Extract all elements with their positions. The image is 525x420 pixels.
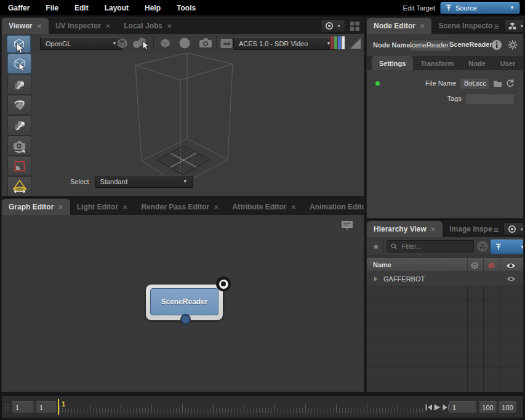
- row-name[interactable]: GAFFERBOT: [383, 275, 425, 283]
- layout-grid-icon[interactable]: [350, 22, 359, 31]
- table-row[interactable]: GAFFERBOT: [367, 272, 523, 286]
- drawing-mode-button[interactable]: [114, 36, 130, 50]
- subtab-node[interactable]: Node: [461, 56, 493, 70]
- filter-input[interactable]: [400, 242, 470, 251]
- tab-hierarchy-view[interactable]: Hierarchy View ✕: [367, 221, 443, 237]
- tab-render-pass-editor[interactable]: Render Pass Editor ✕: [134, 199, 225, 215]
- tab-light-editor[interactable]: Light Editor ✕: [70, 199, 135, 215]
- tab-graph-editor[interactable]: Graph Editor ✕: [2, 199, 70, 215]
- set-expansion-button[interactable]: [477, 241, 488, 252]
- refresh-icon[interactable]: [506, 79, 515, 87]
- menu-edit[interactable]: Edit: [66, 4, 97, 12]
- selection-mask-button[interactable]: [131, 36, 151, 50]
- drag-grip-icon[interactable]: [5, 403, 10, 411]
- skip-to-start-button[interactable]: [425, 403, 433, 411]
- tab-viewer[interactable]: Viewer ✕: [2, 18, 49, 34]
- info-icon[interactable]: [491, 39, 502, 50]
- close-icon[interactable]: ✕: [105, 23, 110, 30]
- tab-animation-editor[interactable]: Animation Editor ✕: [303, 199, 364, 215]
- light-tool-button[interactable]: [7, 176, 31, 196]
- menu-gaffer[interactable]: Gaffer: [0, 4, 38, 12]
- tab-image-inspector[interactable]: Image Inspe: [443, 221, 493, 237]
- close-icon[interactable]: ✕: [431, 226, 436, 233]
- scene-cube-column-icon[interactable]: [470, 261, 479, 270]
- menu-layout[interactable]: Layout: [97, 4, 137, 12]
- visibility-eye-column-icon[interactable]: [506, 262, 516, 269]
- menu-help[interactable]: Help: [137, 4, 169, 12]
- scale-tool-button[interactable]: [7, 115, 31, 135]
- tab-list-icon[interactable]: ≡: [494, 225, 499, 234]
- editor-focus-dropdown[interactable]: ▼: [321, 19, 345, 33]
- value-set-indicator[interactable]: [375, 81, 380, 86]
- subtab-user[interactable]: User: [493, 56, 523, 70]
- expansion-button[interactable]: [157, 36, 173, 50]
- tab-node-editor[interactable]: Node Editor ✕: [367, 18, 431, 34]
- hierarchy-view-panel: Hierarchy View ✕ Image Inspe ≡ ▼ ★: [366, 220, 524, 392]
- range-end-input[interactable]: 100: [499, 401, 516, 413]
- close-icon[interactable]: ✕: [420, 23, 425, 30]
- edit-target-dropdown[interactable]: Source ▼: [440, 2, 520, 14]
- select-mode-dropdown[interactable]: Standard ▼: [95, 175, 193, 188]
- translate-tool-button[interactable]: [7, 75, 31, 95]
- menu-tools[interactable]: Tools: [169, 4, 204, 12]
- focus-ring-icon[interactable]: [216, 277, 231, 291]
- close-icon[interactable]: ✕: [291, 204, 296, 211]
- expand-arrow-icon[interactable]: [374, 277, 377, 281]
- folder-icon[interactable]: [493, 79, 502, 87]
- tab-label: Node Editor: [374, 22, 415, 30]
- skip-start-icon: [425, 404, 433, 411]
- rotate-tool-button[interactable]: [7, 95, 31, 115]
- tags-input[interactable]: [465, 93, 515, 104]
- close-icon[interactable]: ✕: [167, 23, 172, 30]
- file-name-value: Bot.scc: [464, 79, 486, 87]
- node-name-input[interactable]: SceneReader: [410, 39, 452, 50]
- channel-select-icon[interactable]: [331, 36, 345, 49]
- visibility-eye-icon[interactable]: [507, 276, 516, 282]
- exposure-gamma-icon[interactable]: [350, 38, 361, 49]
- scene-reader-node-body[interactable]: SceneReader: [150, 288, 218, 315]
- view-start-input[interactable]: 1: [36, 401, 57, 413]
- edit-scope-dropdown[interactable]: ▼: [490, 240, 524, 254]
- viewer-viewport[interactable]: Select Standard ▼: [31, 53, 364, 196]
- display-transform-dropdown[interactable]: ACES 1.0 - SDR Video ▼: [233, 37, 337, 50]
- row-divider: [367, 353, 523, 354]
- tab-scene-inspector[interactable]: Scene Inspecto: [431, 18, 494, 34]
- tab-list-icon[interactable]: ≡: [494, 22, 499, 31]
- playhead[interactable]: [58, 399, 59, 415]
- shading-mode-button[interactable]: [177, 36, 193, 50]
- bookmark-star-icon[interactable]: ★: [372, 242, 380, 251]
- tab-uv-inspector[interactable]: UV Inspector ✕: [49, 18, 117, 34]
- view-end-input[interactable]: 100: [479, 401, 497, 413]
- file-name-input[interactable]: Bot.scc: [460, 78, 489, 89]
- tab-attribute-editor[interactable]: Attribute Editor ✕: [226, 199, 303, 215]
- renderer-dropdown[interactable]: OpenGL ▼: [40, 37, 122, 50]
- annotation-bubble-icon[interactable]: [340, 220, 354, 232]
- frame-ruler[interactable]: [59, 401, 423, 413]
- render-cube-column-icon[interactable]: [487, 261, 496, 270]
- graph-canvas[interactable]: SceneReader: [2, 215, 364, 392]
- range-start-input[interactable]: 1: [12, 401, 34, 413]
- subtab-transform[interactable]: Transform: [413, 56, 461, 70]
- gear-icon[interactable]: [507, 39, 518, 50]
- subtab-settings[interactable]: Settings: [372, 56, 413, 70]
- crop-window-tool-button[interactable]: [7, 156, 31, 176]
- node-output-plug[interactable]: [180, 314, 191, 325]
- camera-tool-button[interactable]: [7, 135, 31, 156]
- view-image-button[interactable]: [218, 36, 234, 50]
- camera-settings-button[interactable]: [198, 36, 214, 50]
- scene-reader-node[interactable]: SceneReader: [145, 284, 223, 321]
- menu-file[interactable]: File: [38, 4, 66, 12]
- play-button[interactable]: [433, 403, 441, 411]
- viewer-tabbar: Viewer ✕ UV Inspector ✕ Local Jobs ✕ ▼: [2, 18, 364, 34]
- node-set-dropdown[interactable]: ▼: [504, 19, 524, 33]
- close-icon[interactable]: ✕: [122, 204, 127, 211]
- close-icon[interactable]: ✕: [36, 23, 41, 30]
- tab-local-jobs[interactable]: Local Jobs ✕: [117, 18, 178, 34]
- select-tool-button[interactable]: [7, 54, 31, 74]
- close-icon[interactable]: ✕: [214, 204, 218, 211]
- target-icon: [325, 22, 334, 30]
- column-name[interactable]: Name: [373, 261, 391, 269]
- close-icon[interactable]: ✕: [58, 204, 63, 211]
- editor-focus-dropdown[interactable]: ▼: [503, 222, 524, 236]
- current-frame-input[interactable]: 1: [449, 401, 476, 413]
